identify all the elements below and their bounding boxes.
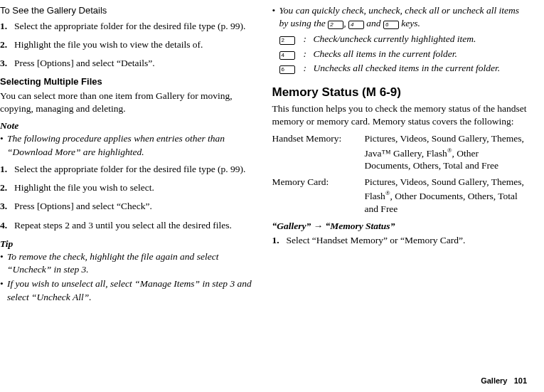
step-number: 2. <box>0 38 14 51</box>
step-number: 2. <box>0 181 14 194</box>
key-4-icon: 4 <box>348 21 364 29</box>
note-text: The following procedure applies when ent… <box>7 132 255 158</box>
key-row: 6 : Unchecks all checked items in the cu… <box>279 62 528 75</box>
mem-value: Pictures, Videos, Sound Gallery, Themes,… <box>365 132 528 172</box>
key-desc: Check/uncheck currently highlighted item… <box>314 33 528 46</box>
bullet-marker: • <box>0 277 7 303</box>
mem-value: Pictures, Videos, Sound Gallery, Themes,… <box>365 176 528 216</box>
step-number: 1. <box>0 163 14 176</box>
footer-section: Gallery <box>481 376 507 385</box>
tip-bullet: • You can quickly check, uncheck, check … <box>272 4 528 78</box>
bullet-marker: • <box>0 250 7 276</box>
key-row: 2 : Check/uncheck currently highlighted … <box>279 33 528 46</box>
mem-row-card: Memory Card: Pictures, Videos, Sound Gal… <box>272 176 528 216</box>
footer-page: 101 <box>514 376 527 385</box>
mem-row-handset: Handset Memory: Pictures, Videos, Sound … <box>272 132 528 172</box>
step-text: Highlight the file you wish to select. <box>14 181 255 194</box>
step-number: 1. <box>0 20 14 33</box>
menu-code: (M 6-9) <box>362 85 401 99</box>
note-bullet: • The following procedure applies when e… <box>0 132 255 158</box>
registered-icon: ® <box>385 189 390 196</box>
key-4-icon: 4 <box>279 51 295 60</box>
key-desc: Checks all items in the current folder. <box>314 48 528 60</box>
step-text: Highlight the file you wish to view the … <box>14 38 255 51</box>
key-desc: Unchecks all checked items in the curren… <box>314 62 528 75</box>
note-label: Note <box>0 120 255 132</box>
step-item: 3. Press [Options] and select “Details”. <box>0 57 255 70</box>
step-text: Select the appropriate folder for the de… <box>14 20 255 33</box>
paragraph: This function helps you to check the mem… <box>272 102 528 128</box>
text-fragment: , <box>343 18 348 28</box>
colon: : <box>304 33 314 46</box>
text-fragment: Pictures, Videos, Sound Gallery, Themes,… <box>365 133 524 158</box>
tip-text: You can quickly check, uncheck, check al… <box>279 4 528 78</box>
bullet-marker: • <box>272 4 279 78</box>
key-6-icon: 6 <box>383 21 399 29</box>
step-item: 1. Select the appropriate folder for the… <box>0 163 255 176</box>
step-text: Select the appropriate folder for the de… <box>14 163 255 176</box>
tip-text: If you wish to unselect all, select “Man… <box>7 277 255 303</box>
heading-selecting-multiple: Selecting Multiple Files <box>0 75 255 88</box>
paragraph: You can select more than one item from G… <box>0 90 255 115</box>
step-item: 4. Repeat steps 2 and 3 until you select… <box>0 219 255 232</box>
tip-text: To remove the check, highlight the file … <box>7 250 255 276</box>
heading-gallery-details: To See the Gallery Details <box>0 4 255 17</box>
step-number: 3. <box>0 200 14 213</box>
key-2-icon: 2 <box>279 36 295 45</box>
key-row: 4 : Checks all items in the current fold… <box>279 48 528 60</box>
step-item: 1. Select the appropriate folder for the… <box>0 20 255 33</box>
heading-text: Memory Status <box>272 85 363 99</box>
step-text: Press [Options] and select “Check”. <box>14 200 255 213</box>
step-item: 2. Highlight the file you wish to view t… <box>0 38 255 51</box>
nav-path: “Gallery” → “Memory Status” <box>272 220 528 233</box>
colon: : <box>304 48 314 60</box>
step-number: 3. <box>0 57 14 70</box>
step-item: 3. Press [Options] and select “Check”. <box>0 200 255 213</box>
tip-label: Tip <box>0 238 255 250</box>
registered-icon: ® <box>447 147 452 154</box>
tip-bullet: • To remove the check, highlight the fil… <box>0 250 255 276</box>
key-6-icon: 6 <box>279 65 295 74</box>
bullet-marker: • <box>0 132 7 158</box>
mem-label: Handset Memory: <box>272 132 365 172</box>
text-fragment: keys. <box>399 18 420 28</box>
step-text: Press [Options] and select “Details”. <box>14 57 255 70</box>
text-fragment: and <box>364 18 383 28</box>
step-text: Repeat steps 2 and 3 until you select al… <box>14 219 255 232</box>
mem-label: Memory Card: <box>272 176 365 216</box>
tip-bullet: • If you wish to unselect all, select “M… <box>0 277 255 303</box>
key-2-icon: 2 <box>328 21 343 29</box>
colon: : <box>304 62 314 75</box>
page-footer: Gallery 101 <box>481 376 527 386</box>
step-item: 2. Highlight the file you wish to select… <box>0 181 255 194</box>
step-number: 1. <box>272 234 287 247</box>
step-number: 4. <box>0 219 14 232</box>
step-item: 1. Select “Handset Memory” or “Memory Ca… <box>272 234 528 247</box>
heading-memory-status: Memory Status (M 6-9) <box>272 85 528 101</box>
step-text: Select “Handset Memory” or “Memory Card”… <box>287 234 528 247</box>
